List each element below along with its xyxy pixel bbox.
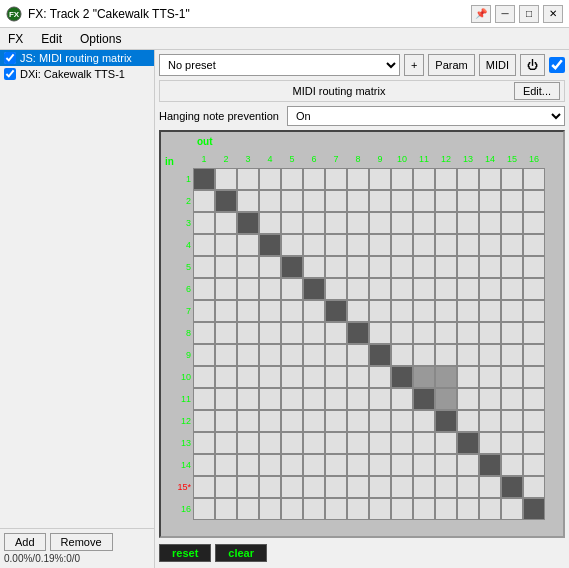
matrix-cell[interactable] [237, 168, 259, 190]
matrix-cell[interactable] [215, 344, 237, 366]
matrix-cell[interactable] [259, 344, 281, 366]
matrix-cell[interactable] [391, 234, 413, 256]
matrix-cell[interactable] [435, 190, 457, 212]
matrix-cell[interactable] [303, 432, 325, 454]
matrix-cell[interactable] [215, 234, 237, 256]
matrix-cell[interactable] [259, 388, 281, 410]
matrix-cell[interactable] [479, 454, 501, 476]
matrix-cell[interactable] [391, 168, 413, 190]
matrix-cell[interactable] [391, 190, 413, 212]
matrix-cell[interactable] [325, 366, 347, 388]
matrix-cell[interactable] [347, 432, 369, 454]
matrix-cell[interactable] [347, 168, 369, 190]
fx-item-midi-routing[interactable]: JS: MIDI routing matrix [0, 50, 154, 66]
matrix-cell[interactable] [413, 300, 435, 322]
matrix-cell[interactable] [501, 168, 523, 190]
matrix-cell[interactable] [457, 344, 479, 366]
matrix-cell[interactable] [457, 432, 479, 454]
matrix-cell[interactable] [457, 454, 479, 476]
matrix-cell[interactable] [303, 498, 325, 520]
matrix-cell[interactable] [193, 366, 215, 388]
matrix-cell[interactable] [281, 476, 303, 498]
matrix-cell[interactable] [501, 498, 523, 520]
matrix-cell[interactable] [413, 256, 435, 278]
matrix-cell[interactable] [259, 168, 281, 190]
matrix-cell[interactable] [523, 476, 545, 498]
matrix-cell[interactable] [237, 366, 259, 388]
matrix-cell[interactable] [325, 190, 347, 212]
matrix-cell[interactable] [193, 454, 215, 476]
matrix-cell[interactable] [369, 366, 391, 388]
matrix-cell[interactable] [259, 234, 281, 256]
matrix-cell[interactable] [325, 322, 347, 344]
matrix-cell[interactable] [237, 278, 259, 300]
matrix-cell[interactable] [479, 432, 501, 454]
matrix-cell[interactable] [347, 322, 369, 344]
matrix-cell[interactable] [237, 454, 259, 476]
matrix-cell[interactable] [215, 366, 237, 388]
add-preset-button[interactable]: + [404, 54, 424, 76]
edit-button[interactable]: Edit... [514, 82, 560, 100]
matrix-cell[interactable] [523, 256, 545, 278]
matrix-cell[interactable] [325, 410, 347, 432]
matrix-cell[interactable] [479, 190, 501, 212]
matrix-cell[interactable] [325, 256, 347, 278]
matrix-cell[interactable] [479, 168, 501, 190]
matrix-cell[interactable] [457, 388, 479, 410]
matrix-cell[interactable] [523, 388, 545, 410]
matrix-cell[interactable] [413, 168, 435, 190]
matrix-cell[interactable] [325, 212, 347, 234]
matrix-cell[interactable] [501, 366, 523, 388]
matrix-cell[interactable] [479, 322, 501, 344]
matrix-cell[interactable] [457, 190, 479, 212]
matrix-cell[interactable] [391, 366, 413, 388]
matrix-cell[interactable] [369, 212, 391, 234]
matrix-cell[interactable] [259, 454, 281, 476]
matrix-cell[interactable] [369, 256, 391, 278]
remove-button[interactable]: Remove [50, 533, 113, 551]
matrix-cell[interactable] [479, 278, 501, 300]
matrix-cell[interactable] [259, 212, 281, 234]
matrix-cell[interactable] [325, 454, 347, 476]
matrix-cell[interactable] [501, 234, 523, 256]
matrix-cell[interactable] [303, 454, 325, 476]
matrix-cell[interactable] [523, 410, 545, 432]
maximize-button[interactable]: □ [519, 5, 539, 23]
matrix-cell[interactable] [391, 212, 413, 234]
matrix-cell[interactable] [435, 498, 457, 520]
matrix-cell[interactable] [193, 168, 215, 190]
matrix-cell[interactable] [215, 212, 237, 234]
matrix-cell[interactable] [281, 300, 303, 322]
matrix-cell[interactable] [479, 476, 501, 498]
matrix-cell[interactable] [215, 278, 237, 300]
matrix-cell[interactable] [413, 278, 435, 300]
matrix-cell[interactable] [259, 432, 281, 454]
matrix-cell[interactable] [259, 476, 281, 498]
matrix-cell[interactable] [193, 388, 215, 410]
matrix-cell[interactable] [303, 322, 325, 344]
matrix-cell[interactable] [281, 278, 303, 300]
matrix-cell[interactable] [303, 300, 325, 322]
matrix-cell[interactable] [193, 476, 215, 498]
matrix-cell[interactable] [303, 212, 325, 234]
matrix-cell[interactable] [215, 432, 237, 454]
matrix-cell[interactable] [435, 278, 457, 300]
menu-fx[interactable]: FX [4, 30, 27, 48]
matrix-cell[interactable] [457, 212, 479, 234]
matrix-cell[interactable] [523, 432, 545, 454]
matrix-cell[interactable] [479, 344, 501, 366]
matrix-cell[interactable] [193, 498, 215, 520]
matrix-cell[interactable] [391, 278, 413, 300]
matrix-cell[interactable] [413, 212, 435, 234]
matrix-cell[interactable] [435, 234, 457, 256]
matrix-cell[interactable] [259, 190, 281, 212]
matrix-cell[interactable] [413, 366, 435, 388]
matrix-cell[interactable] [435, 300, 457, 322]
matrix-cell[interactable] [523, 300, 545, 322]
matrix-cell[interactable] [501, 454, 523, 476]
matrix-cell[interactable] [369, 410, 391, 432]
matrix-cell[interactable] [501, 190, 523, 212]
matrix-cell[interactable] [281, 388, 303, 410]
matrix-cell[interactable] [369, 322, 391, 344]
close-button[interactable]: ✕ [543, 5, 563, 23]
